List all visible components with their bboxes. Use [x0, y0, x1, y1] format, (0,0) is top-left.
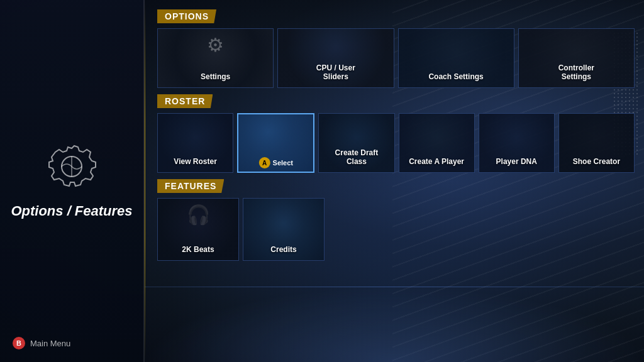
- select-hint: A Select: [259, 157, 293, 168]
- credits-label: Credits: [270, 245, 296, 254]
- create-roster-tile[interactable]: A Select: [237, 113, 314, 173]
- features-section: FEATURES 🎧 2K Beats Credits: [157, 179, 635, 261]
- select-text: Select: [273, 159, 293, 167]
- b-button[interactable]: B: [13, 337, 25, 349]
- options-header: OPTIONS: [157, 9, 216, 23]
- features-grid: 🎧 2K Beats Credits: [157, 198, 635, 261]
- 2k-beats-tile[interactable]: 🎧 2K Beats: [157, 198, 239, 261]
- settings-tile[interactable]: ⚙ Settings: [157, 28, 274, 88]
- main-content: OPTIONS ⚙ Settings CPU / UserSliders Coa…: [145, 0, 644, 362]
- roster-grid: View Roster A Select Create DraftClass C…: [157, 113, 635, 173]
- view-roster-label: View Roster: [174, 157, 216, 166]
- a-button: A: [259, 157, 270, 168]
- page-title: Options / Features: [11, 203, 132, 219]
- draft-label: Create DraftClass: [335, 148, 379, 166]
- controller-label: ControllerSettings: [558, 63, 594, 81]
- coach-label: Coach Settings: [428, 72, 483, 81]
- sidebar: Options / Features B Main Menu: [0, 0, 145, 362]
- player-dna-tile[interactable]: Player DNA: [479, 113, 555, 173]
- options-section: OPTIONS ⚙ Settings CPU / UserSliders Coa…: [157, 9, 635, 88]
- coach-settings-tile[interactable]: Coach Settings: [398, 28, 514, 88]
- features-header: FEATURES: [157, 179, 224, 193]
- main-menu-label: Main Menu: [30, 339, 70, 348]
- credits-tile[interactable]: Credits: [243, 198, 325, 261]
- cpu-label: CPU / UserSliders: [316, 63, 355, 81]
- view-roster-tile[interactable]: View Roster: [157, 113, 233, 173]
- beats-icon: 🎧: [187, 204, 210, 226]
- sidebar-bottom-nav: B Main Menu: [13, 337, 70, 349]
- controller-settings-tile[interactable]: ControllerSettings: [518, 28, 635, 88]
- settings-icon: ⚙: [207, 34, 224, 56]
- create-a-player-tile[interactable]: Create A Player: [399, 113, 475, 173]
- roster-header: ROSTER: [157, 94, 213, 108]
- sidebar-icon-container: [47, 143, 97, 194]
- dna-label: Player DNA: [496, 157, 537, 166]
- roster-section: ROSTER View Roster A Select Create Draft…: [157, 94, 635, 173]
- options-grid: ⚙ Settings CPU / UserSliders Coach Setti…: [157, 28, 635, 88]
- settings-label: Settings: [201, 72, 230, 81]
- create-draft-class-tile[interactable]: Create DraftClass: [318, 113, 394, 173]
- cpu-sliders-tile[interactable]: CPU / UserSliders: [277, 28, 394, 88]
- player-label: Create A Player: [409, 157, 464, 166]
- shoe-label: Shoe Creator: [573, 157, 620, 166]
- beats-label: 2K Beats: [182, 245, 214, 254]
- shoe-creator-tile[interactable]: Shoe Creator: [558, 113, 635, 173]
- gear-icon: [47, 143, 97, 194]
